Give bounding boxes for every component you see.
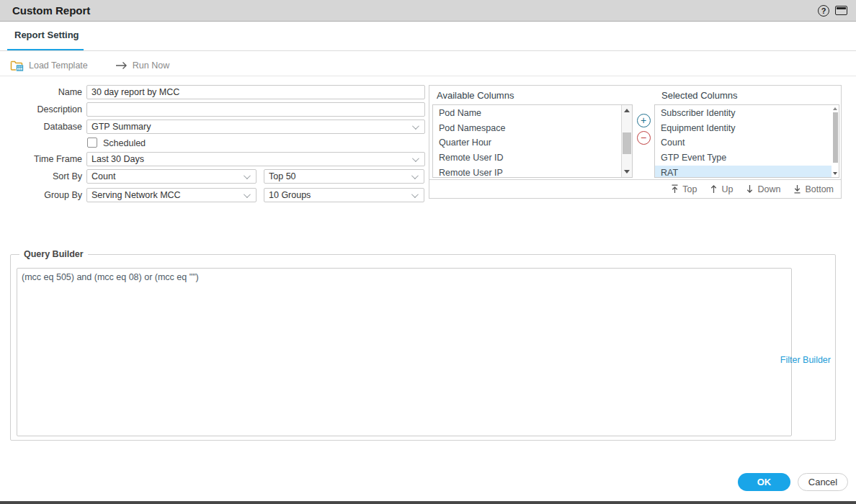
name-label: Name [0,85,82,99]
remove-column-button[interactable]: − [637,131,651,145]
sort-by-value: Count [92,170,244,183]
description-input[interactable] [86,102,425,117]
list-item[interactable]: Subscriber Identity [655,106,832,121]
dialog-bottom-edge [0,501,856,504]
tab-divider [0,50,856,51]
arrow-to-bottom-icon [793,184,801,194]
move-up-button[interactable]: Up [710,184,733,194]
add-column-button[interactable]: + [637,114,651,127]
run-now-button[interactable]: Run Now [115,60,169,71]
list-item[interactable]: Pod Namespace [433,121,620,136]
move-top-label: Top [682,184,697,194]
move-bottom-button[interactable]: Bottom [793,184,834,194]
columns-gutter: + − [633,86,654,179]
scheduled-label: Scheduled [103,138,146,149]
available-columns-listbox: Pod NamePod NamespaceQuarter HourRemote … [432,104,633,178]
page-title: Custom Report [9,4,90,17]
tab-report-setting[interactable]: Report Setting [14,30,79,40]
query-builder-legend: Query Builder [19,249,88,259]
list-item[interactable]: Remote User IP [433,166,620,178]
selected-columns-listbox: Subscriber IdentityEquipment IdentityCou… [654,104,839,178]
chevron-down-icon [411,172,419,179]
load-template-label: Load Template [29,60,88,71]
query-builder-textarea[interactable]: (mcc eq 505) and (mcc eq 08) or (mcc eq … [17,268,792,436]
sort-by-label: Sort By [0,169,82,184]
move-top-button[interactable]: Top [671,184,697,194]
columns-panel: Available Columns Pod NamePod NamespaceQ… [429,85,842,199]
selected-columns-title: Selected Columns [654,86,841,104]
name-input[interactable] [86,85,425,99]
scroll-up-icon[interactable] [833,107,837,110]
help-icon[interactable]: ? [818,5,829,17]
available-columns-panel: Available Columns Pod NamePod NamespaceQ… [429,86,633,179]
time-frame-label: Time Frame [0,152,82,166]
scheduled-checkbox[interactable] [87,138,97,148]
run-now-arrow-icon [115,61,128,70]
toolbar: Load Template Run Now [0,55,856,76]
sort-by-limit-select[interactable]: Top 50 [264,169,424,184]
description-label: Description [0,102,82,117]
ok-button[interactable]: OK [738,473,790,491]
run-now-label: Run Now [133,60,169,71]
group-by-label: Group By [0,188,82,202]
chevron-down-icon [412,122,419,130]
move-down-label: Down [757,184,780,194]
available-columns-scrollbar[interactable] [621,105,632,177]
scroll-down-icon[interactable] [833,172,837,175]
list-item[interactable]: Quarter Hour [433,135,620,150]
group-by-value: Serving Network MCC [92,189,244,202]
move-down-button[interactable]: Down [746,184,780,194]
group-by-limit-select[interactable]: 10 Groups [264,188,424,202]
time-frame-select[interactable]: Last 30 Days [86,152,425,166]
time-frame-value: Last 30 Days [92,153,412,166]
selected-columns-scrollbar[interactable] [832,105,839,177]
chevron-down-icon [244,172,251,179]
database-value: GTP Summary [92,120,412,133]
group-by-select[interactable]: Serving Network MCC [86,188,257,202]
sort-by-limit-value: Top 50 [269,170,411,183]
list-item[interactable]: Equipment Identity [655,121,832,136]
load-template-button[interactable]: Load Template [10,60,88,71]
cancel-button[interactable]: Cancel [798,473,848,491]
selected-columns-panel: Selected Columns Subscriber IdentityEqui… [654,86,841,179]
arrow-to-top-icon [671,184,679,194]
list-item[interactable]: Pod Name [433,106,620,121]
chevron-down-icon [412,155,419,162]
available-columns-list: Pod NamePod NamespaceQuarter HourRemote … [433,106,620,178]
chevron-down-icon [244,191,251,198]
scroll-down-icon[interactable] [624,170,630,174]
load-template-folder-icon [10,60,24,71]
arrow-down-icon [746,184,754,194]
scrollbar-thumb[interactable] [623,132,631,154]
group-by-limit-value: 10 Groups [269,189,411,202]
available-columns-title: Available Columns [429,86,633,104]
filter-builder-link[interactable]: Filter Builder [780,355,831,365]
selected-columns-list: Subscriber IdentityEquipment IdentityCou… [655,106,832,178]
database-select[interactable]: GTP Summary [86,120,425,134]
move-buttons-bar: Top Up Down Bottom [429,179,841,198]
tab-bar: Report Setting [0,22,856,51]
list-item[interactable]: GTP Event Type [655,150,832,166]
scroll-up-icon[interactable] [624,109,630,112]
list-item[interactable]: Count [655,135,832,150]
list-item[interactable]: Remote User ID [433,150,620,166]
arrow-up-icon [710,184,718,194]
database-label: Database [0,120,82,134]
dialog-titlebar: Custom Report ? [0,0,856,22]
scrollbar-thumb[interactable] [833,112,838,163]
window-icon[interactable] [835,6,847,15]
list-item[interactable]: RAT [655,166,832,178]
move-bottom-label: Bottom [805,184,834,194]
query-builder-section: Query Builder (mcc eq 505) and (mcc eq 0… [10,249,836,441]
sort-by-select[interactable]: Count [86,169,257,184]
chevron-down-icon [411,191,419,198]
move-up-label: Up [721,184,733,194]
